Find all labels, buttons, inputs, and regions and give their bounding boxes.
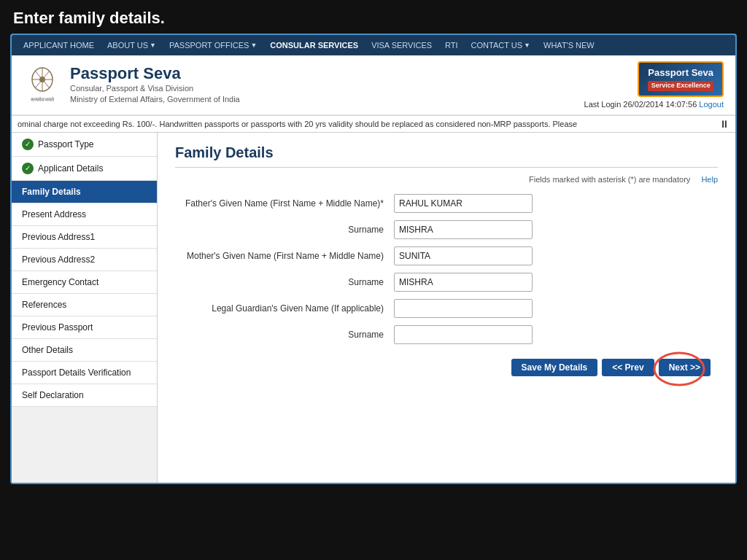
form-row-mother-surname: Surname xyxy=(175,273,718,292)
nav-about-us[interactable]: ABOUT US ▼ xyxy=(101,38,162,52)
form-row-guardian-given-name: Legal Guardian's Given Name (If applicab… xyxy=(175,299,718,318)
form-row-father-given-name: Father's Given Name (First Name + Middle… xyxy=(175,194,718,213)
navigation-bar: APPLICANT HOME ABOUT US ▼ PASSPORT OFFIC… xyxy=(12,35,735,55)
last-login-info: Last Login 26/02/2014 14:07:56 Logout xyxy=(584,100,724,109)
check-icon-passport-type: ✓ xyxy=(22,139,34,150)
sidebar-item-previous-address2[interactable]: Previous Address2 xyxy=(12,249,157,271)
nav-applicant-home[interactable]: APPLICANT HOME xyxy=(18,38,100,52)
page-header: सत्यमेव जयते Passport Seva Consular, Pas… xyxy=(12,55,735,115)
sidebar-item-passport-details-verification[interactable]: Passport Details Verification xyxy=(12,362,157,384)
news-ticker: ominal charge not exceeding Rs. 100/-. H… xyxy=(12,115,735,133)
save-button[interactable]: Save My Details xyxy=(511,359,598,376)
slide-title: Enter family details. xyxy=(0,0,747,34)
sidebar-item-family-details[interactable]: Family Details xyxy=(12,181,157,203)
nav-contact-us[interactable]: CONTACT US ▼ xyxy=(465,38,536,52)
form-row-mother-given-name: Mother's Given Name (First Name + Middle… xyxy=(175,246,718,265)
label-father-surname: Surname xyxy=(175,225,394,235)
svg-text:सत्यमेव जयते: सत्यमेव जयते xyxy=(30,96,55,103)
label-guardian-surname: Surname xyxy=(175,330,394,340)
nav-rti[interactable]: RTI xyxy=(439,38,464,52)
site-subtitle1: Consular, Passport & Visa Division xyxy=(70,83,240,94)
input-guardian-surname[interactable] xyxy=(394,325,533,344)
form-row-guardian-surname: Surname xyxy=(175,325,718,344)
passport-offices-dropdown-arrow: ▼ xyxy=(250,42,257,49)
input-father-given-name[interactable] xyxy=(394,194,533,213)
input-mother-surname[interactable] xyxy=(394,273,533,292)
ticker-control[interactable]: ⏸ xyxy=(719,118,729,130)
sidebar: ✓ Passport Type ✓ Applicant Details Fami… xyxy=(12,133,158,483)
site-title: Passport Seva xyxy=(70,64,240,83)
main-content-area: ✓ Passport Type ✓ Applicant Details Fami… xyxy=(12,133,735,483)
help-link[interactable]: Help xyxy=(701,175,718,184)
next-button[interactable]: Next >> xyxy=(659,359,711,376)
form-title: Family Details xyxy=(175,144,718,168)
label-mother-given-name: Mother's Given Name (First Name + Middle… xyxy=(175,251,394,261)
mandatory-note: Fields marked with asterisk (*) are mand… xyxy=(529,175,690,184)
sidebar-item-emergency-contact[interactable]: Emergency Contact xyxy=(12,271,157,294)
sidebar-item-passport-type[interactable]: ✓ Passport Type xyxy=(12,133,157,157)
sidebar-item-self-declaration[interactable]: Self Declaration xyxy=(12,384,157,407)
emblem-logo: सत्यमेव जयते xyxy=(23,66,61,104)
form-panel: Family Details Fields marked with asteri… xyxy=(158,133,735,483)
logout-link[interactable]: Logout xyxy=(699,100,724,109)
sidebar-item-other-details[interactable]: Other Details xyxy=(12,339,157,362)
nav-consular-services[interactable]: CONSULAR SERVICES xyxy=(264,38,364,52)
header-text-block: Passport Seva Consular, Passport & Visa … xyxy=(70,64,240,106)
input-father-surname[interactable] xyxy=(394,220,533,239)
site-subtitle2: Ministry of External Affairs, Government… xyxy=(70,94,240,105)
sidebar-item-previous-passport[interactable]: Previous Passport xyxy=(12,316,157,339)
label-mother-surname: Surname xyxy=(175,277,394,287)
form-row-father-surname: Surname xyxy=(175,220,718,239)
form-actions: Save My Details << Prev Next >> xyxy=(175,359,718,376)
nav-visa-services[interactable]: VISA SERVICES xyxy=(365,38,438,52)
browser-frame: APPLICANT HOME ABOUT US ▼ PASSPORT OFFIC… xyxy=(10,34,737,484)
input-guardian-given-name[interactable] xyxy=(394,299,533,318)
sidebar-item-applicant-details[interactable]: ✓ Applicant Details xyxy=(12,157,157,181)
sidebar-item-previous-address1[interactable]: Previous Address1 xyxy=(12,226,157,249)
input-mother-given-name[interactable] xyxy=(394,246,533,265)
contact-us-dropdown-arrow: ▼ xyxy=(524,42,530,49)
sidebar-item-present-address[interactable]: Present Address xyxy=(12,203,157,226)
check-icon-applicant-details: ✓ xyxy=(22,163,34,174)
nav-passport-offices[interactable]: PASSPORT OFFICES ▼ xyxy=(163,38,263,52)
passport-seva-brand-logo: Passport Seva Service Excellence xyxy=(638,61,724,97)
header-right-block: Passport Seva Service Excellence Last Lo… xyxy=(584,61,724,109)
about-us-dropdown-arrow: ▼ xyxy=(150,42,156,49)
nav-whats-new[interactable]: WHAT'S NEW xyxy=(538,38,600,52)
form-meta: Fields marked with asterisk (*) are mand… xyxy=(175,175,718,184)
next-button-wrapper: Next >> xyxy=(659,359,711,376)
label-guardian-given-name: Legal Guardian's Given Name (If applicab… xyxy=(175,303,394,314)
label-father-given-name: Father's Given Name (First Name + Middle… xyxy=(175,198,394,209)
prev-button[interactable]: << Prev xyxy=(602,359,654,376)
ticker-text: ominal charge not exceeding Rs. 100/-. H… xyxy=(18,120,715,128)
sidebar-item-references[interactable]: References xyxy=(12,294,157,316)
